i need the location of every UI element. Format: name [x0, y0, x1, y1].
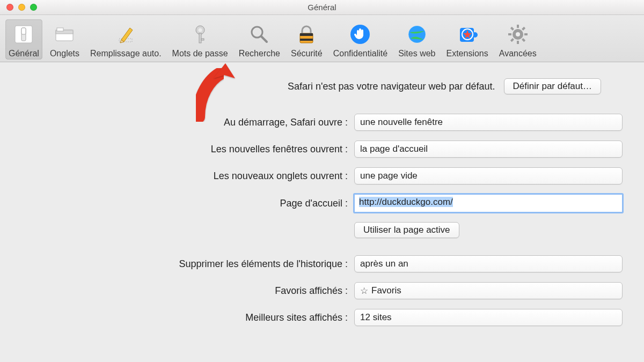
favorites-select[interactable]: ☆Favoris — [354, 282, 623, 299]
startup-label: Au démarrage, Safari ouvre : — [21, 117, 354, 128]
svg-rect-28 — [508, 33, 511, 35]
tab-autofill[interactable]: Remplissage auto. — [87, 19, 165, 60]
tab-label: Mots de passe — [172, 49, 228, 58]
default-browser-message: Safari n'est pas votre navigateur web pa… — [288, 81, 495, 92]
key-icon — [187, 21, 213, 47]
tab-security[interactable]: Sécurité — [288, 19, 326, 60]
topsites-select[interactable]: 12 sites — [354, 309, 623, 326]
tab-label: Avancées — [499, 49, 537, 58]
general-icon — [11, 21, 36, 47]
tab-websites[interactable]: Sites web — [395, 19, 438, 60]
general-pane: Safari n'est pas votre navigateur web pa… — [0, 62, 644, 326]
globe-icon — [404, 21, 430, 47]
gear-icon — [505, 21, 531, 47]
tab-label: Confidentialité — [333, 49, 387, 58]
svg-marker-7 — [121, 28, 133, 42]
tab-advanced[interactable]: Avancées — [496, 19, 540, 60]
star-icon: ☆ — [360, 285, 368, 297]
history-label: Supprimer les éléments de l'historique : — [21, 258, 354, 270]
zoom-window-button[interactable] — [30, 4, 37, 11]
svg-rect-32 — [510, 27, 514, 31]
search-icon — [246, 21, 272, 47]
tabs-icon — [52, 21, 77, 47]
tab-search[interactable]: Recherche — [236, 19, 283, 60]
tab-label: Remplissage auto. — [90, 49, 162, 58]
svg-rect-26 — [517, 25, 519, 28]
svg-rect-11 — [199, 33, 201, 43]
titlebar: Général — [0, 0, 644, 15]
svg-rect-12 — [201, 39, 204, 40]
window-title: Général — [0, 3, 644, 12]
tab-tabs[interactable]: Onglets — [47, 19, 83, 60]
svg-rect-27 — [517, 41, 519, 44]
svg-line-14 — [261, 36, 267, 42]
favorites-label: Favoris affichés : — [21, 285, 354, 297]
tab-label: Général — [9, 49, 39, 58]
tab-label: Recherche — [239, 49, 280, 58]
startup-select[interactable]: une nouvelle fenêtre — [354, 114, 623, 131]
tab-privacy[interactable]: Confidentialité — [330, 19, 391, 60]
topsites-label: Meilleurs sites affichés : — [21, 312, 354, 323]
tab-label: Onglets — [50, 49, 79, 58]
svg-point-34 — [516, 32, 520, 36]
pencil-icon — [113, 21, 138, 47]
svg-rect-2 — [21, 28, 26, 34]
new-windows-label: Les nouvelles fenêtres ouvrent : — [21, 144, 354, 155]
tab-label: Sécurité — [291, 49, 323, 58]
tab-label: Sites web — [398, 49, 435, 58]
new-tabs-label: Les nouveaux onglets ouvrent : — [21, 171, 354, 182]
svg-rect-5 — [57, 28, 63, 31]
history-select[interactable]: après un an — [354, 255, 623, 272]
tab-passwords[interactable]: Mots de passe — [169, 19, 231, 60]
new-windows-select[interactable]: la page d'accueil — [354, 141, 623, 158]
close-window-button[interactable] — [6, 4, 13, 11]
svg-rect-17 — [300, 39, 313, 41]
tab-general[interactable]: Général — [5, 19, 42, 60]
svg-rect-30 — [522, 27, 525, 31]
puzzle-icon — [455, 21, 480, 47]
hand-icon — [347, 21, 373, 47]
svg-rect-16 — [300, 33, 313, 36]
lock-icon — [294, 21, 319, 47]
homepage-input[interactable]: http://duckduckgo.com/ — [354, 194, 623, 212]
svg-point-10 — [198, 28, 202, 32]
tab-label: Extensions — [447, 49, 488, 58]
svg-rect-33 — [522, 38, 525, 42]
set-default-browser-button[interactable]: Définir par défaut… — [504, 78, 601, 94]
svg-rect-29 — [524, 33, 528, 35]
new-tabs-select[interactable]: une page vide — [354, 167, 623, 184]
homepage-label: Page d'accueil : — [21, 198, 354, 209]
preferences-toolbar: Général Onglets Remplissage auto. — [0, 15, 644, 62]
use-current-page-button[interactable]: Utiliser la page active — [354, 222, 459, 238]
minimize-window-button[interactable] — [18, 4, 25, 11]
tab-extensions[interactable]: Extensions — [443, 19, 492, 60]
svg-rect-31 — [510, 38, 514, 42]
